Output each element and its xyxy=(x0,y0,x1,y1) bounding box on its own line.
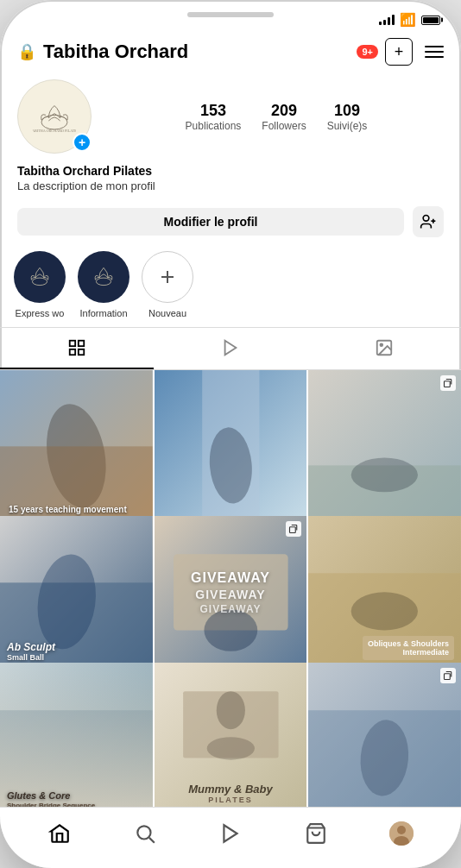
svg-marker-13 xyxy=(225,341,237,355)
multi-post-icon2 xyxy=(288,524,299,534)
grid-cell-5[interactable]: GIVEAWAY GIVEAWAY GIVEAWAY xyxy=(155,516,307,669)
shop-icon xyxy=(305,822,327,845)
svg-point-2 xyxy=(423,216,429,222)
svg-rect-11 xyxy=(70,349,75,355)
stat-followers: 209 Followers xyxy=(262,102,306,132)
grid-cell-9[interactable] xyxy=(308,663,461,807)
story-label-express-wo: Express wo xyxy=(16,308,65,318)
cell6-title: Obl​iques & Shoulders xyxy=(368,639,449,648)
following-label: Suivi(e)s xyxy=(327,120,368,132)
nav-reels-button[interactable] xyxy=(213,816,248,851)
profile-section: TABITHA ORCHARD PILATES + 153 Publicatio… xyxy=(0,72,461,160)
menu-button[interactable] xyxy=(425,46,444,58)
nav-search-button[interactable] xyxy=(128,816,162,851)
followers-label: Followers xyxy=(262,120,306,132)
battery-icon xyxy=(421,16,440,25)
followers-count: 209 xyxy=(271,102,297,120)
action-buttons: Modifier le profil xyxy=(0,201,461,242)
profile-avatar-icon xyxy=(389,821,414,846)
content-tab-bar xyxy=(0,327,461,370)
cell8-subtitle: PILATES xyxy=(208,796,252,804)
cell4-title: Ab Sculpt xyxy=(7,641,146,653)
edit-profile-button[interactable]: Modifier le profil xyxy=(17,208,404,236)
following-count: 109 xyxy=(334,102,360,120)
play-icon xyxy=(221,338,240,357)
cell5-giveaway3: GIVEAWAY xyxy=(200,603,262,615)
header-actions: + xyxy=(385,38,444,66)
grid-cell-8[interactable]: Mummy & Baby PILATES xyxy=(155,663,307,807)
publications-count: 153 xyxy=(200,102,226,120)
cell1-label: 15 years teaching movement xyxy=(9,505,127,514)
grid-cell-3[interactable] xyxy=(308,370,461,523)
grid-cell-1[interactable]: 15 years teaching movement xyxy=(0,370,153,523)
multi-post-icon3 xyxy=(443,670,453,681)
svg-rect-10 xyxy=(79,341,84,346)
tab-grid[interactable] xyxy=(0,328,154,369)
plus-circle-icon xyxy=(157,267,178,287)
profile-stats: 153 Publications 209 Followers 109 Suivi… xyxy=(109,102,444,132)
nav-home-button[interactable] xyxy=(42,816,77,851)
profile-name: Tabitha Orchard Pilates xyxy=(17,164,444,178)
cell7-overlay: Glutes & Core Shoulder Bridge Sequence xyxy=(0,663,153,807)
svg-rect-32 xyxy=(290,527,296,533)
svg-point-6 xyxy=(96,278,111,286)
story-item-information[interactable]: Information xyxy=(78,251,129,318)
add-person-button[interactable] xyxy=(413,206,444,237)
svg-point-5 xyxy=(32,278,47,286)
menu-line xyxy=(425,51,444,53)
lotus-story2-icon xyxy=(90,263,117,291)
menu-line xyxy=(425,46,444,47)
svg-point-15 xyxy=(380,343,382,346)
lock-icon: 🔒 xyxy=(17,42,36,61)
grid-cell-4[interactable]: Ab Sculpt Small Ball xyxy=(0,516,153,669)
tab-reels[interactable] xyxy=(154,328,307,369)
add-avatar-button[interactable]: + xyxy=(73,133,92,152)
nav-profile-button[interactable] xyxy=(384,816,419,851)
story-item-express-wo[interactable]: Express wo xyxy=(14,251,66,318)
cell7-title: Glutes & Core xyxy=(7,790,146,802)
cell5-giveaway1: GIVEAWAY xyxy=(191,570,270,586)
cell4-subtitle: Small Ball xyxy=(7,653,146,662)
avatar-container: TABITHA ORCHARD PILATES + xyxy=(17,79,92,154)
story-circle-information[interactable] xyxy=(78,251,129,303)
tag-icon xyxy=(375,338,394,357)
cell6-overlay: Obl​iques & Shoulders Intermediate xyxy=(363,636,454,660)
person-add-icon xyxy=(420,213,437,230)
multi-post-icon xyxy=(443,378,453,388)
wifi-icon: 📶 xyxy=(400,12,416,28)
svg-marker-48 xyxy=(224,825,237,842)
cell2-image xyxy=(155,370,307,523)
grid-cell-2[interactable] xyxy=(155,370,307,523)
svg-point-35 xyxy=(351,593,418,631)
phone-frame: 📶 🔒 Tabitha Orchard 9+ + xyxy=(0,0,461,868)
grid-cell-6[interactable]: Obl​iques & Shoulders Intermediate xyxy=(308,516,461,669)
home-icon xyxy=(48,822,71,845)
publications-label: Publications xyxy=(186,120,242,132)
signal-icon xyxy=(379,15,395,25)
cell7-subtitle: Shoulder Bridge Sequence xyxy=(7,802,146,807)
add-post-button[interactable]: + xyxy=(385,38,413,66)
nav-shop-button[interactable] xyxy=(299,816,333,851)
svg-rect-12 xyxy=(79,349,84,355)
svg-rect-45 xyxy=(445,673,451,679)
notification-badge: 9+ xyxy=(357,45,378,59)
story-circle-nouveau[interactable] xyxy=(142,251,193,303)
menu-line xyxy=(425,56,444,58)
photo-grid: 15 years teaching movement xyxy=(0,370,461,807)
bottom-nav xyxy=(0,807,461,868)
phone-notch xyxy=(187,12,274,17)
grid-icon xyxy=(67,338,86,357)
tab-tagged[interactable] xyxy=(307,328,461,369)
profile-description: La description de mon profil xyxy=(17,179,444,192)
profile-header: 🔒 Tabitha Orchard 9+ + xyxy=(0,31,461,72)
story-item-nouveau[interactable]: Nouveau xyxy=(142,251,193,318)
story-circle-express-wo[interactable] xyxy=(14,251,66,303)
cell9-image xyxy=(308,663,461,807)
app-content: 🔒 Tabitha Orchard 9+ + xyxy=(0,31,461,868)
svg-rect-9 xyxy=(70,341,75,346)
nav-profile-avatar xyxy=(389,821,414,846)
svg-point-24 xyxy=(351,458,418,493)
lotus-logo-icon: TABITHA ORCHARD PILATES xyxy=(33,95,76,138)
grid-cell-7[interactable]: Glutes & Core Shoulder Bridge Sequence xyxy=(0,663,153,807)
reels-icon xyxy=(219,822,242,845)
